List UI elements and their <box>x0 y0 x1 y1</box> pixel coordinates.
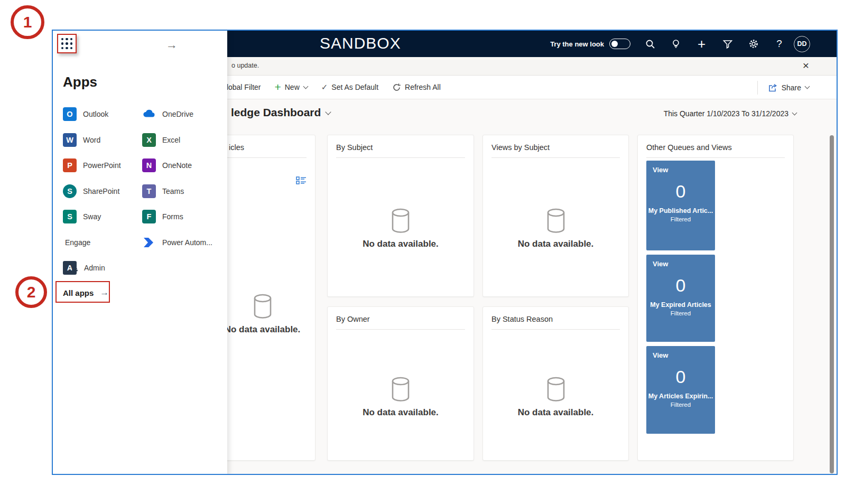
divider <box>491 329 620 330</box>
quick-create-button[interactable]: + <box>689 39 714 49</box>
card-title: By Status Reason <box>483 307 628 329</box>
teams-icon: T <box>142 184 156 198</box>
environment-title: SANDBOX <box>320 34 401 52</box>
waffle-icon <box>61 38 73 50</box>
tile-subtitle: Filtered <box>646 402 715 408</box>
user-avatar[interactable]: DD <box>794 36 810 52</box>
chevron-down-icon <box>326 109 331 115</box>
no-data-text: No data available. <box>225 324 301 335</box>
card-title: Other Queues and Views <box>638 135 793 157</box>
notification-message: o update. <box>231 62 259 69</box>
database-icon <box>545 208 567 234</box>
card-title: By Subject <box>328 135 474 157</box>
tile-count: 0 <box>646 367 715 387</box>
app-item-engage[interactable]: Engage <box>63 238 142 247</box>
tile-count: 0 <box>646 275 715 296</box>
annotation-step-2: 2 <box>15 276 47 308</box>
set-as-default-button[interactable]: ✓ Set As Default <box>321 82 378 92</box>
database-icon <box>390 208 411 234</box>
tile-name: My Published Artic... <box>646 207 715 214</box>
question-icon: ? <box>776 38 782 50</box>
view-tile-my-published-articles[interactable]: View 0 My Published Artic... Filtered <box>646 161 715 250</box>
vertical-scrollbar[interactable] <box>830 135 834 473</box>
app-item-sway[interactable]: S Sway <box>63 210 142 223</box>
power-automate-icon <box>142 236 156 249</box>
card-title: By Owner <box>328 307 474 329</box>
dashboard-title-selector[interactable]: ledge Dashboard <box>231 106 330 119</box>
no-data-text: No data available. <box>518 407 594 418</box>
word-icon: W <box>63 133 77 147</box>
view-tile-my-expired-articles[interactable]: View 0 My Expired Articles Filtered <box>646 255 715 342</box>
refresh-icon <box>392 83 401 92</box>
onedrive-icon <box>142 107 156 121</box>
app-item-powerpoint[interactable]: P PowerPoint <box>63 158 142 172</box>
card-views-by-subject: Views by Subject No data available. <box>482 135 629 297</box>
suggestions-button[interactable] <box>663 39 689 49</box>
app-window: SANDBOX Try the new look + ? DD <box>52 30 838 475</box>
app-item-admin[interactable]: A Admin <box>63 261 142 275</box>
app-item-forms[interactable]: F Forms <box>142 210 221 223</box>
card-other-queues-and-views: Other Queues and Views View 0 My Publish… <box>637 135 794 461</box>
filter-button[interactable] <box>714 39 740 49</box>
divider <box>336 329 465 330</box>
settings-button[interactable] <box>740 39 766 49</box>
app-item-excel[interactable]: X Excel <box>142 133 221 147</box>
share-icon <box>767 83 778 92</box>
all-apps-link[interactable]: All apps → <box>63 287 109 298</box>
divider <box>336 157 465 158</box>
app-item-teams[interactable]: T Teams <box>142 184 221 198</box>
divider <box>757 81 758 95</box>
help-button[interactable]: ? <box>766 38 792 50</box>
no-data-text: No data available. <box>363 239 439 249</box>
app-launcher-button[interactable] <box>57 34 77 53</box>
date-range-selector[interactable]: This Quarter 1/10/2023 To 31/12/2023 <box>664 109 796 118</box>
gear-icon <box>748 39 759 49</box>
apps-grid: O Outlook OneDrive W Word X Excel P Powe… <box>63 101 221 281</box>
refresh-all-button[interactable]: Refresh All <box>392 83 441 92</box>
lightbulb-icon <box>671 39 681 49</box>
navbar-actions: Try the new look + ? DD <box>550 31 810 57</box>
divider <box>491 157 620 158</box>
card-by-status-reason: By Status Reason No data available. <box>482 306 629 461</box>
divider <box>218 157 307 158</box>
chevron-down-icon <box>303 83 308 89</box>
forms-icon: F <box>142 210 156 223</box>
view-tile-my-articles-expiring[interactable]: View 0 My Articles Expirin... Filtered <box>646 346 715 434</box>
tile-name: My Expired Articles <box>646 301 715 309</box>
tile-subtitle: Filtered <box>646 310 715 316</box>
share-button[interactable]: Share <box>767 83 809 92</box>
try-new-look-label: Try the new look <box>550 40 604 48</box>
plus-icon: + <box>698 39 706 49</box>
card-by-owner: By Owner No data available. <box>327 306 474 461</box>
app-item-onenote[interactable]: N OneNote <box>142 158 221 172</box>
app-item-sharepoint[interactable]: S SharePoint <box>63 184 142 198</box>
excel-icon: X <box>142 133 156 147</box>
plus-icon: + <box>274 83 281 91</box>
toggle-knob <box>611 41 618 47</box>
gear-icon <box>71 266 78 276</box>
app-item-outlook[interactable]: O Outlook <box>63 107 142 121</box>
app-item-word[interactable]: W Word <box>63 133 142 147</box>
view-selector-icon[interactable] <box>296 176 307 187</box>
chevron-down-icon <box>805 84 810 89</box>
expand-panel-arrow[interactable]: → <box>166 38 178 52</box>
arrow-right-icon: → <box>100 287 109 298</box>
app-launcher-panel: → Apps O Outlook OneDrive W Word X Excel <box>53 31 227 475</box>
app-item-power-automate[interactable]: Power Autom... <box>142 236 221 249</box>
sway-icon: S <box>63 210 77 223</box>
tile-name: My Articles Expirin... <box>646 393 715 400</box>
filter-icon <box>722 39 733 49</box>
tile-subtitle: Filtered <box>646 216 715 222</box>
chevron-down-icon <box>792 110 797 115</box>
try-new-look-toggle[interactable] <box>609 39 630 49</box>
new-button[interactable]: + New <box>274 83 307 91</box>
onenote-icon: N <box>142 158 156 172</box>
outlook-icon: O <box>63 107 77 121</box>
search-icon <box>645 39 655 49</box>
search-button[interactable] <box>637 39 663 49</box>
database-icon <box>390 377 411 402</box>
close-icon[interactable]: × <box>803 59 809 72</box>
app-item-onedrive[interactable]: OneDrive <box>142 107 221 121</box>
apps-heading: Apps <box>63 74 97 90</box>
no-data-text: No data available. <box>363 407 439 418</box>
